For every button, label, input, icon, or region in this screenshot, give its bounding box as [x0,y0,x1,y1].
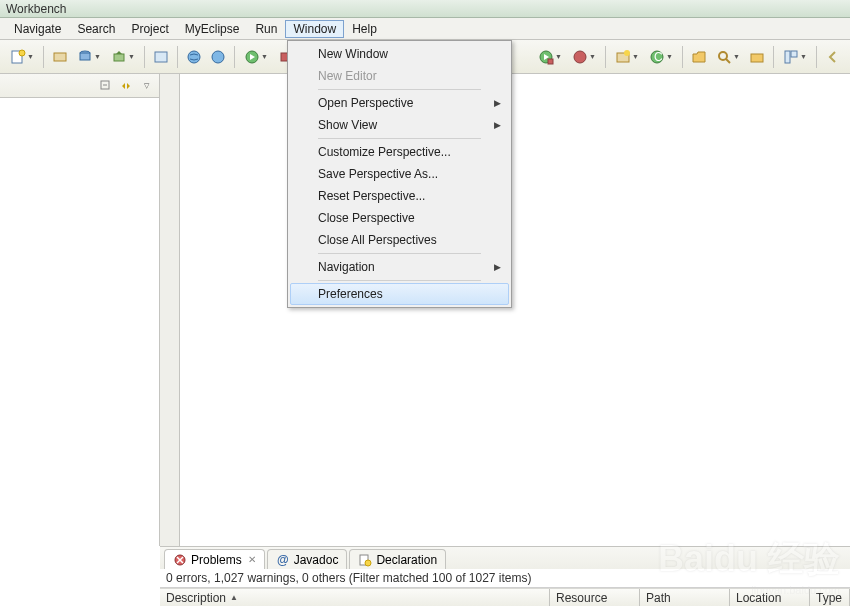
menu-separator [318,253,481,254]
svg-point-15 [624,50,630,56]
toolbar-separator [682,46,683,68]
chevron-down-icon: ▽ [144,82,149,90]
submenu-arrow-icon: ▶ [494,120,501,130]
watermark-brand: Baidu 经验 [658,535,840,584]
submenu-arrow-icon: ▶ [494,98,501,108]
toolbar-separator [177,46,178,68]
toolbar-globe2-button[interactable] [207,46,229,68]
left-panel: ▽ [0,74,160,546]
svg-rect-2 [54,53,66,61]
app-title: Workbench [6,2,66,16]
svg-point-18 [719,52,727,60]
toolbar-run-button[interactable]: ▼ [240,46,272,68]
sort-asc-icon: ▲ [230,593,238,602]
toolbar-run-config-button[interactable]: ▼ [534,46,566,68]
toolbar-back-button[interactable] [822,46,844,68]
svg-point-7 [188,51,200,63]
menu-close-perspective[interactable]: Close Perspective [290,207,509,229]
toolbar-folder-button[interactable] [746,46,768,68]
toolbar-deploy-button[interactable]: ▼ [107,46,139,68]
link-editor-button[interactable] [117,77,135,95]
menu-run[interactable]: Run [247,20,285,38]
vertical-tab-strip[interactable] [160,74,180,546]
collapse-all-button[interactable] [97,77,115,95]
menu-navigate[interactable]: Navigate [6,20,69,38]
tab-javadoc[interactable]: @ Javadoc [267,549,348,569]
svg-text:C: C [654,50,663,64]
menu-preferences[interactable]: Preferences [290,283,509,305]
svg-point-8 [212,51,224,63]
svg-rect-12 [548,59,553,64]
svg-rect-4 [80,53,90,60]
menu-close-all-perspectives[interactable]: Close All Perspectives [290,229,509,251]
menu-window[interactable]: Window [285,20,344,38]
submenu-arrow-icon: ▶ [494,262,501,272]
svg-rect-6 [155,52,167,62]
toolbar-separator [816,46,817,68]
toolbar-perspective-button[interactable]: ▼ [779,46,811,68]
menu-save-perspective-as[interactable]: Save Perspective As... [290,163,509,185]
menu-new-editor: New Editor [290,65,509,87]
svg-point-13 [574,51,586,63]
toolbar-separator [605,46,606,68]
toolbar-separator [43,46,44,68]
svg-rect-5 [114,54,124,61]
tab-problems[interactable]: Problems ✕ [164,549,265,569]
svg-rect-20 [751,54,763,62]
svg-point-30 [365,560,371,566]
package-explorer-body[interactable] [0,98,159,546]
menu-open-perspective[interactable]: Open Perspective▶ [290,92,509,114]
menu-bar: Navigate Search Project MyEclipse Run Wi… [0,18,850,40]
panel-toolbar: ▽ [0,74,159,98]
toolbar-separator [234,46,235,68]
svg-line-19 [726,59,730,63]
close-icon[interactable]: ✕ [248,554,256,565]
toolbar-open-button[interactable] [688,46,710,68]
title-bar: Workbench [0,0,850,18]
toolbar-new-package-button[interactable]: ▼ [611,46,643,68]
declaration-icon [358,553,372,567]
toolbar-db-button[interactable]: ▼ [73,46,105,68]
menu-separator [318,280,481,281]
col-resource[interactable]: Resource [550,589,640,606]
toolbar-debug-config-button[interactable]: ▼ [568,46,600,68]
svg-point-1 [19,50,25,56]
svg-text:@: @ [277,553,289,567]
toolbar-project-button[interactable] [150,46,172,68]
menu-help[interactable]: Help [344,20,385,38]
toolbar-generic-button[interactable] [49,46,71,68]
toolbar-separator [773,46,774,68]
toolbar-search-button[interactable]: ▼ [712,46,744,68]
toolbar-globe1-button[interactable] [183,46,205,68]
menu-reset-perspective[interactable]: Reset Perspective... [290,185,509,207]
view-menu-button[interactable]: ▽ [137,77,155,95]
menu-navigation[interactable]: Navigation▶ [290,256,509,278]
watermark-sub: jingyan.baidu.com [658,584,840,596]
menu-project[interactable]: Project [123,20,176,38]
svg-rect-21 [785,51,790,63]
menu-myeclipse[interactable]: MyEclipse [177,20,248,38]
col-description[interactable]: Description▲ [160,589,550,606]
editor-area[interactable] [180,74,850,546]
problems-icon [173,553,187,567]
watermark: Baidu 经验 jingyan.baidu.com [658,535,840,596]
menu-new-window[interactable]: New Window [290,43,509,65]
menu-separator [318,89,481,90]
menu-customize-perspective[interactable]: Customize Perspective... [290,141,509,163]
menu-search[interactable]: Search [69,20,123,38]
toolbar-separator [144,46,145,68]
svg-rect-22 [791,51,797,57]
window-menu-dropdown: New Window New Editor Open Perspective▶ … [287,40,512,308]
tab-declaration[interactable]: Declaration [349,549,446,569]
toolbar-new-class-button[interactable]: C▼ [645,46,677,68]
menu-show-view[interactable]: Show View▶ [290,114,509,136]
toolbar-new-button[interactable]: ▼ [6,46,38,68]
javadoc-icon: @ [276,553,290,567]
menu-separator [318,138,481,139]
